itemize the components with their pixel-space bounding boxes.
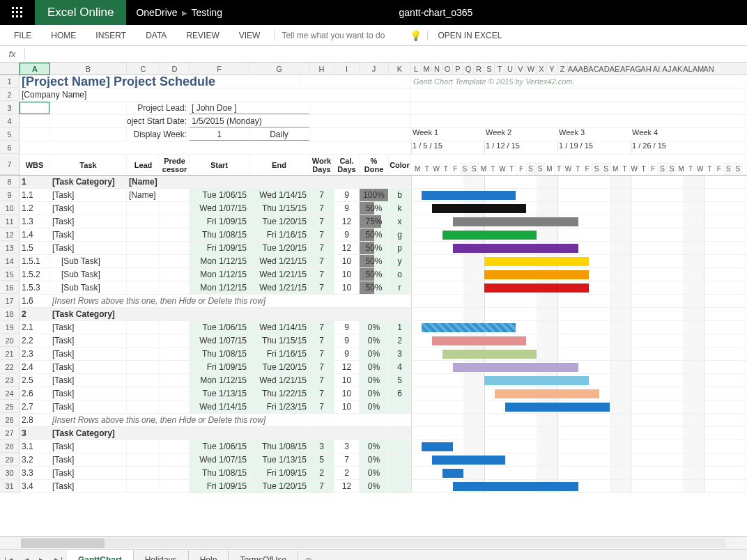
caldays-cell[interactable]: 2 [334,467,360,479]
workdays-cell[interactable]: 7 [309,202,334,215]
gantt-bar[interactable] [484,257,589,266]
color-cell[interactable]: 5 [389,374,411,387]
sheet-tab-ganttchart[interactable]: GanttChart [67,550,134,561]
start-cell[interactable]: Fri 1/09/15 [190,480,249,492]
timeline-cell[interactable] [411,255,746,267]
row-header[interactable]: 27 [0,427,20,440]
timeline-cell[interactable] [411,414,746,426]
task-cell[interactable]: [Task Category] [50,427,127,440]
gantt-bar[interactable] [495,389,599,398]
column-header-B[interactable]: B [50,63,127,75]
timeline-cell[interactable]: 1 / 5 / 151 / 12 / 151 / 19 / 151 / 26 /… [411,141,746,154]
workdays-cell[interactable]: 7 [309,242,334,254]
pred-cell[interactable] [160,467,190,479]
wbs-cell[interactable]: 2.2 [20,334,50,347]
end-cell[interactable]: Tue 1/20/15 [249,361,309,373]
color-cell[interactable]: p [389,242,411,254]
column-header-L[interactable]: L [411,63,422,75]
start-date-label[interactable]: Project Start Date: [127,115,190,127]
row-header[interactable]: 28 [0,440,20,453]
task-cell[interactable]: [Task] [50,242,127,254]
pct-cell[interactable]: 0% [360,467,389,479]
horizontal-scrollbar[interactable] [21,538,726,548]
pct-cell[interactable]: 0% [360,400,389,413]
color-cell[interactable]: g [389,228,411,241]
start-cell[interactable]: Thu 1/08/15 [190,348,249,360]
pred-cell[interactable] [160,348,190,360]
sheet-tab-termsofuse[interactable]: TermsOfUse [229,550,298,561]
end-cell[interactable]: Wed 1/21/15 [249,374,309,387]
caldays-cell[interactable]: 10 [334,400,360,413]
end-cell[interactable]: Fri 1/09/15 [249,467,309,479]
row-header[interactable]: 14 [0,255,20,267]
gantt-bar[interactable] [422,323,516,332]
sheet-tab-holidays[interactable]: Holidays [134,550,189,561]
timeline-cell[interactable] [411,467,746,479]
workdays-cell[interactable] [309,427,334,440]
task-cell[interactable]: [Task Category] [50,308,127,320]
color-cell[interactable] [389,480,411,492]
pred-cell[interactable] [160,308,190,320]
project-lead-label[interactable]: Project Lead: [127,102,190,114]
ribbon-tab-file[interactable]: FILE [4,31,41,40]
gantt-bar[interactable] [442,231,537,240]
timeline-cell[interactable] [411,453,746,466]
color-cell[interactable]: 4 [389,361,411,373]
end-cell[interactable]: Tue 1/20/15 [249,480,309,492]
display-mode[interactable]: Daily [249,128,309,141]
pred-cell[interactable] [160,453,190,466]
row-header[interactable]: 3 [0,102,20,114]
hdr-wbs[interactable]: WBS [20,155,50,175]
column-header-Z[interactable]: Z [557,63,568,75]
select-all-corner[interactable] [0,63,20,75]
timeline-cell[interactable] [411,88,746,101]
row-header[interactable]: 4 [0,115,20,127]
workdays-cell[interactable]: 7 [309,228,334,241]
workdays-cell[interactable]: 7 [309,374,334,387]
color-cell[interactable]: 6 [389,387,411,400]
pred-cell[interactable] [160,255,190,267]
end-cell[interactable]: Fri 1/16/15 [249,228,309,241]
lead-cell[interactable] [127,281,160,294]
timeline-cell[interactable] [411,387,746,400]
caldays-cell[interactable]: 12 [334,361,360,373]
end-cell[interactable]: Tue 1/20/15 [249,242,309,254]
cell[interactable] [50,128,127,141]
start-cell[interactable]: Mon 1/12/15 [190,281,249,294]
gantt-bar[interactable] [484,283,589,293]
caldays-cell[interactable]: 9 [334,189,360,201]
pct-cell[interactable]: 50% [360,242,389,254]
lead-cell[interactable]: [Name] [127,189,160,201]
column-header-AM[interactable]: AM [693,63,704,75]
wbs-cell[interactable]: 1.1 [20,189,50,201]
start-cell[interactable] [190,308,249,320]
timeline-cell[interactable] [411,215,746,228]
column-header-AK[interactable]: AK [672,63,683,75]
workdays-cell[interactable]: 7 [309,268,334,281]
workdays-cell[interactable]: 7 [309,189,334,201]
gantt-bar[interactable] [484,376,589,385]
caldays-cell[interactable] [334,176,360,188]
end-cell[interactable]: Wed 1/21/15 [249,268,309,281]
cell[interactable] [309,128,411,141]
start-cell[interactable]: Tue 1/06/15 [190,189,249,201]
pct-cell[interactable] [360,308,389,320]
workdays-cell[interactable]: 7 [309,480,334,492]
row-header[interactable]: 16 [0,281,20,294]
column-header-C[interactable]: C [127,63,160,75]
gantt-bar[interactable] [432,336,526,345]
row-header[interactable]: 13 [0,242,20,254]
wbs-cell[interactable]: 2.1 [20,321,50,334]
timeline-cell[interactable] [411,189,746,201]
lead-cell[interactable] [127,202,160,215]
gantt-bar[interactable] [422,442,453,451]
caldays-cell[interactable]: 12 [334,242,360,254]
color-cell[interactable] [389,440,411,453]
gantt-bar[interactable] [453,482,578,491]
column-header-W[interactable]: W [526,63,537,75]
document-title[interactable]: gantt-chart_o365 [222,7,649,18]
title-cell[interactable]: [Project Name] Project Schedule [20,75,301,88]
row-header[interactable]: 1 [0,75,20,88]
row-header[interactable]: 12 [0,228,20,241]
row-header[interactable]: 21 [0,348,20,360]
